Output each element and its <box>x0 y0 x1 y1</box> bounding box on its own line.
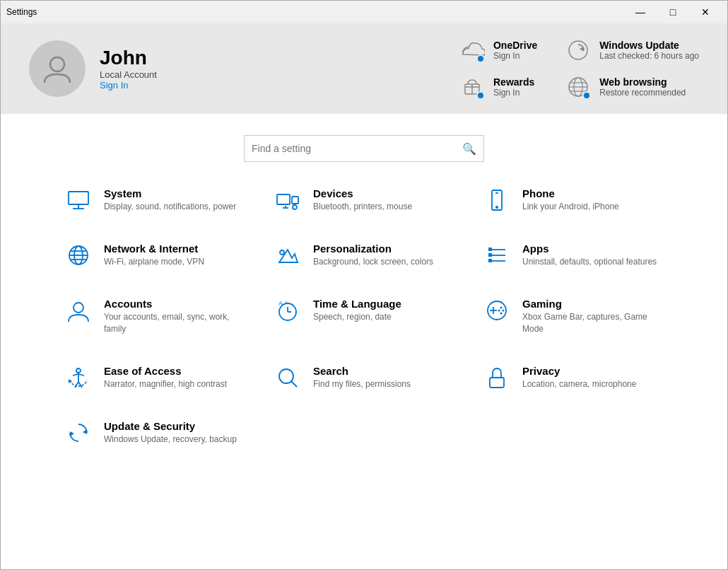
svg-point-45 <box>498 310 500 312</box>
time-title: Time & Language <box>313 298 401 310</box>
svg-rect-30 <box>488 248 492 251</box>
setting-item-apps[interactable]: Apps Uninstall, defaults, optional featu… <box>476 231 671 279</box>
setting-item-update[interactable]: Update & Security Windows Update, recove… <box>57 409 252 457</box>
search-area: 🔍 <box>1 114 727 169</box>
svg-point-43 <box>503 310 505 312</box>
gaming-title: Gaming <box>522 298 664 310</box>
setting-item-personalization[interactable]: Personalization Background, lock screen,… <box>266 231 462 279</box>
svg-point-20 <box>496 207 498 208</box>
phone-title: Phone <box>522 187 619 199</box>
svg-point-33 <box>74 303 83 313</box>
svg-rect-32 <box>488 259 492 262</box>
services-area: OneDrive Sign In Rewards Sign In <box>459 37 699 100</box>
service-text-web-browsing: Web browsing Restore recommended <box>599 76 686 98</box>
devices-desc: Bluetooth, printers, mouse <box>313 201 412 213</box>
ease-text: Ease of Access Narrator, magnifier, high… <box>104 365 227 390</box>
privacy-title: Privacy <box>522 365 636 377</box>
system-icon <box>64 187 93 213</box>
devices-title: Devices <box>313 187 412 199</box>
svg-text:A: A <box>285 301 288 305</box>
apps-title: Apps <box>522 243 657 255</box>
network-icon <box>64 243 93 268</box>
update-desc: Windows Update, recovery, backup <box>104 434 237 446</box>
maximize-button[interactable]: □ <box>657 1 689 23</box>
network-desc: Wi-Fi, airplane mode, VPN <box>104 256 204 268</box>
profile-banner: John Local Account Sign In OneDrive Sign… <box>1 23 727 114</box>
search-text: Search Find my files, permissions <box>313 365 411 390</box>
settings-grid: System Display, sound, notifications, po… <box>1 169 727 569</box>
profile-name: John <box>100 47 157 69</box>
setting-item-search[interactable]: Search Find my files, permissions <box>266 354 462 402</box>
service-text-windows-update: Windows Update Last checked: 6 hours ago <box>599 40 699 61</box>
apps-text: Apps Uninstall, defaults, optional featu… <box>522 243 657 268</box>
services-column-2: Windows Update Last checked: 6 hours ago <box>565 37 699 100</box>
personalization-title: Personalization <box>313 243 433 255</box>
windows-update-icon-wrap <box>565 37 591 63</box>
setting-item-time[interactable]: A A Time & Language Speech, region, date <box>266 286 462 347</box>
avatar <box>29 40 86 97</box>
setting-item-phone[interactable]: Phone Link your Android, iPhone <box>476 176 671 224</box>
personalization-icon <box>274 243 302 268</box>
search-input[interactable] <box>252 143 462 154</box>
personalization-text: Personalization Background, lock screen,… <box>313 243 433 268</box>
setting-item-system[interactable]: System Display, sound, notifications, po… <box>57 176 252 224</box>
services-column-1: OneDrive Sign In Rewards Sign In <box>459 37 537 100</box>
search-icon: 🔍 <box>462 142 476 156</box>
gaming-icon <box>483 298 511 323</box>
time-desc: Speech, region, date <box>313 311 401 323</box>
phone-text: Phone Link your Android, iPhone <box>522 187 619 213</box>
onedrive-dot <box>476 54 485 63</box>
rewards-dot <box>476 91 485 100</box>
svg-marker-4 <box>580 47 584 52</box>
title-bar: Settings — □ ✕ <box>1 1 727 23</box>
svg-point-46 <box>76 368 81 373</box>
svg-rect-50 <box>490 378 504 388</box>
ease-title: Ease of Access <box>104 365 227 377</box>
svg-marker-52 <box>70 431 74 436</box>
accounts-title: Accounts <box>104 298 245 310</box>
service-item-windows-update[interactable]: Windows Update Last checked: 6 hours ago <box>565 37 699 63</box>
update-text: Update & Security Windows Update, recove… <box>104 420 237 446</box>
svg-line-49 <box>291 381 297 387</box>
ease-desc: Narrator, magnifier, high contrast <box>104 378 227 390</box>
svg-point-42 <box>500 307 503 309</box>
setting-item-accounts[interactable]: Accounts Your accounts, email, sync, wor… <box>57 286 252 347</box>
svg-point-0 <box>50 57 64 71</box>
apps-icon <box>483 243 511 268</box>
svg-point-44 <box>500 313 503 315</box>
svg-marker-51 <box>83 429 87 434</box>
service-text-onedrive: OneDrive Sign In <box>493 40 537 61</box>
gaming-desc: Xbox Game Bar, captures, Game Mode <box>522 311 664 335</box>
phone-desc: Link your Android, iPhone <box>522 201 619 213</box>
user-icon <box>40 52 74 86</box>
accounts-text: Accounts Your accounts, email, sync, wor… <box>104 298 245 335</box>
svg-rect-10 <box>69 192 88 204</box>
svg-point-26 <box>280 250 284 255</box>
ease-icon <box>64 365 93 390</box>
search-title: Search <box>313 365 411 377</box>
network-text: Network & Internet Wi-Fi, airplane mode,… <box>104 243 204 268</box>
accounts-desc: Your accounts, email, sync, work, family <box>104 311 245 335</box>
devices-icon <box>274 187 302 213</box>
setting-item-devices[interactable]: Devices Bluetooth, printers, mouse <box>266 176 462 224</box>
svg-point-17 <box>293 205 297 209</box>
devices-text: Devices Bluetooth, printers, mouse <box>313 187 412 213</box>
service-text-rewards: Rewards Sign In <box>493 76 534 98</box>
service-item-onedrive[interactable]: OneDrive Sign In <box>459 37 537 63</box>
setting-item-gaming[interactable]: Gaming Xbox Game Bar, captures, Game Mod… <box>476 286 671 347</box>
service-item-web-browsing[interactable]: Web browsing Restore recommended <box>565 74 699 100</box>
svg-marker-47 <box>69 379 72 383</box>
profile-signin-link[interactable]: Sign In <box>100 80 157 91</box>
service-item-rewards[interactable]: Rewards Sign In <box>459 74 537 100</box>
svg-point-3 <box>569 41 587 59</box>
setting-item-network[interactable]: Network & Internet Wi-Fi, airplane mode,… <box>57 231 252 279</box>
privacy-desc: Location, camera, microphone <box>522 378 636 390</box>
close-button[interactable]: ✕ <box>689 1 722 23</box>
update-title: Update & Security <box>104 420 237 432</box>
system-text: System Display, sound, notifications, po… <box>104 187 236 213</box>
setting-item-ease[interactable]: Ease of Access Narrator, magnifier, high… <box>57 354 252 402</box>
rewards-icon-wrap <box>459 74 485 100</box>
personalization-desc: Background, lock screen, colors <box>313 256 433 268</box>
minimize-button[interactable]: — <box>624 1 657 23</box>
setting-item-privacy[interactable]: Privacy Location, camera, microphone <box>476 354 671 402</box>
